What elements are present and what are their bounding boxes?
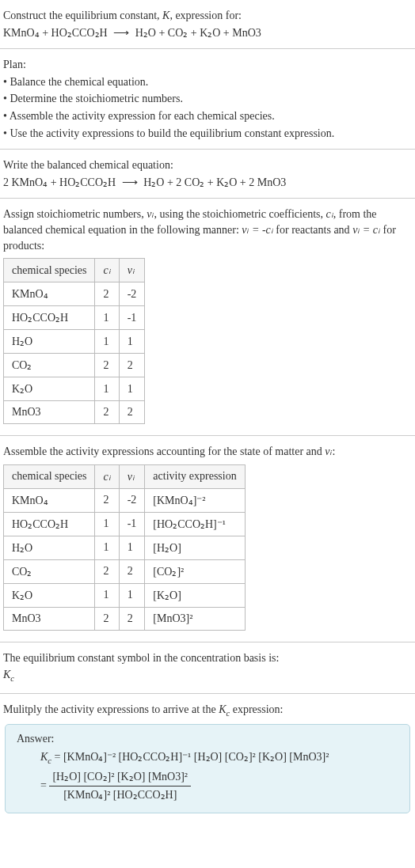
table-row: H₂O11[H₂O]: [4, 536, 246, 559]
fraction-denominator: [KMnO₄]² [HO₂CCO₂H]: [49, 787, 191, 804]
col-activity: activity expression: [145, 464, 245, 488]
table-row: HO₂CCO₂H1-1[HO₂CCO₂H]⁻¹: [4, 512, 246, 536]
cell-nu: -2: [119, 282, 145, 306]
eq-sign: =: [40, 779, 49, 791]
cell-ci: 2: [95, 354, 119, 377]
stoich-table: chemical species cᵢ νᵢ KMnO₄2-2 HO₂CCO₂H…: [3, 258, 145, 424]
cell-ci: 1: [95, 512, 119, 536]
prompt-section: Construct the equilibrium constant, K, e…: [0, 0, 415, 49]
cell-species: HO₂CCO₂H: [4, 306, 95, 330]
table-row: HO₂CCO₂H1-1: [4, 306, 145, 330]
table-header-row: chemical species cᵢ νᵢ activity expressi…: [4, 464, 246, 488]
cell-nu: 1: [119, 377, 145, 401]
act-colon: :: [333, 445, 336, 457]
stoich-t1: Assign stoichiometric numbers,: [3, 208, 147, 220]
answer-eq1-text: = [KMnO₄]⁻² [HO₂CCO₂H]⁻¹ [H₂O] [CO₂]² [K…: [51, 751, 329, 763]
cell-ci: 1: [95, 306, 119, 330]
mult-line: Mulitply the activity expressions to arr…: [3, 702, 412, 719]
answer-eq1: Kc = [KMnO₄]⁻² [HO₂CCO₂H]⁻¹ [H₂O] [CO₂]²…: [40, 749, 398, 768]
cell-ci: 2: [95, 559, 119, 583]
table-row: MnO322: [4, 401, 145, 424]
stoich-intro: Assign stoichiometric numbers, νᵢ, using…: [3, 207, 412, 253]
balanced-section: Write the balanced chemical equation: 2 …: [0, 150, 415, 199]
cell-species: CO₂: [4, 354, 95, 377]
cell-activity: [K₂O]: [145, 583, 245, 607]
cell-ci: 2: [95, 401, 119, 424]
activity-table: chemical species cᵢ νᵢ activity expressi…: [3, 464, 246, 631]
kc-inline: Kc: [219, 703, 230, 715]
cell-species: K₂O: [4, 583, 95, 607]
cell-activity: [CO₂]²: [145, 559, 245, 583]
table-row: K₂O11: [4, 377, 145, 401]
plan-title: Plan:: [3, 57, 412, 73]
cell-activity: [MnO3]²: [145, 607, 245, 630]
col-species: chemical species: [4, 259, 95, 282]
table-row: CO₂22: [4, 354, 145, 377]
cell-ci: 1: [95, 330, 119, 354]
fraction-numerator: [H₂O] [CO₂]² [K₂O] [MnO3]²: [49, 768, 191, 787]
fraction: [H₂O] [CO₂]² [K₂O] [MnO3]² [KMnO₄]² [HO₂…: [49, 768, 191, 805]
stoich-t4: for reactants and: [273, 224, 352, 236]
activity-intro: Assemble the activity expressions accoun…: [3, 444, 412, 460]
eq-lhs: KMnO₄ + HO₂CCO₂H: [3, 27, 108, 39]
plan-item-3: • Assemble the activity expression for e…: [3, 108, 412, 124]
prompt-line-1: Construct the equilibrium constant, K, e…: [3, 8, 412, 24]
bal-lhs: 2 KMnO₄ + HO₂CCO₂H: [3, 176, 116, 188]
activity-section: Assemble the activity expressions accoun…: [0, 436, 415, 642]
answer-box: Answer: Kc = [KMnO₄]⁻² [HO₂CCO₂H]⁻¹ [H₂O…: [5, 724, 410, 813]
cell-nu: 2: [119, 401, 145, 424]
table-header-row: chemical species cᵢ νᵢ: [4, 259, 145, 282]
cell-species: MnO3: [4, 401, 95, 424]
cell-nu: 2: [119, 607, 145, 630]
ksymbol-section: The equilibrium constant symbol in the c…: [0, 642, 415, 694]
plan-item-1: • Balance the chemical equation.: [3, 74, 412, 90]
answer-label: Answer:: [17, 733, 398, 745]
answer-eq2: = [H₂O] [CO₂]² [K₂O] [MnO3]² [KMnO₄]² [H…: [40, 768, 398, 805]
kc-symbol: Kc: [40, 751, 51, 763]
cell-species: H₂O: [4, 330, 95, 354]
balanced-title: Write the balanced chemical equation:: [3, 157, 412, 173]
cell-ci: 1: [95, 536, 119, 559]
stoich-section: Assign stoichiometric numbers, νᵢ, using…: [0, 199, 415, 436]
cell-ci: 1: [95, 583, 119, 607]
col-ci: cᵢ: [95, 259, 119, 282]
col-nu: νᵢ: [119, 464, 145, 488]
cell-nu: -1: [119, 512, 145, 536]
k-var: K: [162, 9, 169, 21]
cell-species: KMnO₄: [4, 282, 95, 306]
rel2: νᵢ = cᵢ: [352, 224, 380, 236]
cell-species: MnO3: [4, 607, 95, 630]
cell-activity: [KMnO₄]⁻²: [145, 488, 245, 512]
cell-nu: -2: [119, 488, 145, 512]
cell-nu: 1: [119, 330, 145, 354]
cell-nu: 2: [119, 559, 145, 583]
mult-t2: expression:: [230, 703, 283, 715]
multiply-section: Mulitply the activity expressions to arr…: [0, 694, 415, 824]
rel1: νᵢ = -cᵢ: [242, 224, 273, 236]
table-row: K₂O11[K₂O]: [4, 583, 246, 607]
stoich-t2: , using the stoichiometric coefficients,: [154, 208, 326, 220]
cell-ci: 1: [95, 377, 119, 401]
cell-nu: 2: [119, 354, 145, 377]
bal-rhs: H₂O + 2 CO₂ + K₂O + 2 MnO3: [143, 176, 286, 188]
act-t1: Assemble the activity expressions accoun…: [3, 445, 325, 457]
reaction-arrow-icon: ⟶: [110, 27, 132, 39]
kc-symbol: Kc: [3, 667, 412, 684]
nu-symbol: νᵢ: [325, 445, 332, 457]
cell-species: KMnO₄: [4, 488, 95, 512]
prompt-text-1: Construct the equilibrium constant,: [3, 9, 162, 21]
cell-activity: [H₂O]: [145, 536, 245, 559]
table-row: KMnO₄2-2: [4, 282, 145, 306]
cell-nu: 1: [119, 583, 145, 607]
col-nu: νᵢ: [119, 259, 145, 282]
cell-ci: 2: [95, 282, 119, 306]
balanced-equation: 2 KMnO₄ + HO₂CCO₂H ⟶ H₂O + 2 CO₂ + K₂O +…: [3, 175, 412, 191]
mult-t1: Mulitply the activity expressions to arr…: [3, 703, 219, 715]
col-ci: cᵢ: [95, 464, 119, 488]
cell-species: HO₂CCO₂H: [4, 512, 95, 536]
plan-item-2: • Determine the stoichiometric numbers.: [3, 91, 412, 107]
cell-nu: -1: [119, 306, 145, 330]
col-species: chemical species: [4, 464, 95, 488]
unbalanced-equation: KMnO₄ + HO₂CCO₂H ⟶ H₂O + CO₂ + K₂O + MnO…: [3, 25, 412, 41]
plan-item-4: • Use the activity expressions to build …: [3, 126, 412, 142]
